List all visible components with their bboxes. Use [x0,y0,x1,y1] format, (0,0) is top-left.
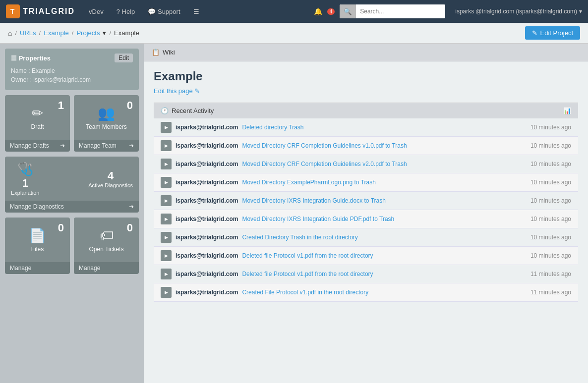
help-icon: ? [117,8,120,15]
breadcrumb-projects[interactable]: Projects [76,29,100,37]
diagnostics-top: 🩺 1 Explanation 4 Active Diagnostics [5,157,139,201]
activity-avatar: ▶ [161,214,172,224]
breadcrumb-urls[interactable]: URLs [20,29,36,37]
activity-list: ▶ isparks@trialgrid.com Deleted director… [154,118,578,302]
activity-avatar: ▶ [161,177,172,188]
explanation-label: Explanation [11,190,40,196]
properties-title: ☰ Properties [11,55,51,62]
activity-time: 10 minutes ago [530,142,571,149]
wiki-icon: 📋 [152,49,160,56]
diagnostics-widget: 🩺 1 Explanation 4 Active Diagnostics Man… [5,157,139,213]
activity-user: isparks@trialgrid.com [176,179,238,186]
widget-grid-bottom: 📄 0 Files Manage 🏷 0 Open Tickets Manage [5,218,139,274]
manage-drafts-row[interactable]: Manage Drafts ➜ [5,140,70,152]
activity-header-left: 🕐 Recent Activity [161,107,214,114]
manage-diagnostics-row[interactable]: Manage Diagnostics ➜ [5,201,139,213]
properties-card: ☰ Properties Edit Name : Example Owner :… [5,49,139,90]
activity-time: 11 minutes ago [530,271,571,277]
properties-edit-button[interactable]: Edit [115,54,133,62]
main-content: 📋 Wiki Example Edit this page ✎ 🕐 Recent… [144,44,588,383]
nav-vdev[interactable]: vDev [85,6,108,17]
files-icon: 📄 [29,227,46,244]
files-card[interactable]: 📄 0 Files [5,218,70,262]
manage-drafts-label: Manage Drafts [10,142,49,149]
home-icon[interactable]: ⌂ [8,29,12,37]
wiki-edit-link[interactable]: Edit this page ✎ [154,87,200,95]
project-owner: Owner : isparks@trialgrid.com [11,76,133,83]
bell-icon[interactable]: 🔔 [314,7,322,15]
tickets-count: 0 [127,221,133,234]
clock-icon: 🕐 [161,107,169,114]
activity-user: isparks@trialgrid.com [176,289,238,296]
nav-support[interactable]: 💬 Support [144,6,184,17]
activity-time: 10 minutes ago [530,252,571,259]
search-input[interactable] [356,4,445,18]
team-count: 0 [127,99,133,112]
activity-avatar: ▶ [161,232,172,243]
activity-time: 10 minutes ago [530,216,571,222]
activity-action: Deleted directory Trash [242,124,303,131]
activity-item: ▶ isparks@trialgrid.com Moved Directory … [154,210,578,228]
activity-time: 10 minutes ago [530,197,571,204]
activity-time: 10 minutes ago [530,124,571,131]
user-chevron-icon: ▾ [579,8,582,15]
activity-user: isparks@trialgrid.com [176,197,238,204]
activity-avatar: ▶ [161,250,172,261]
drafts-widget: ✏ 1 Draft Manage Drafts ➜ [5,95,70,152]
activity-user: isparks@trialgrid.com [176,124,238,131]
activity-user: isparks@trialgrid.com [176,216,238,222]
search-box: 🔍 [340,4,445,18]
breadcrumb-example[interactable]: Example [44,29,69,37]
tickets-card[interactable]: 🏷 0 Open Tickets [74,218,139,262]
activity-action: Moved Directory ExamplePharmLogo.png to … [242,179,375,186]
list-icon: ☰ [11,55,17,62]
manage-files-row[interactable]: Manage [5,262,70,274]
activity-action: Moved Directory CRF Completion Guideline… [242,142,407,149]
user-menu[interactable]: isparks @trialgrid.com (isparks@trialgri… [455,8,582,15]
notification-badge: 4 [327,8,335,15]
drafts-card[interactable]: ✏ 1 Draft [5,95,70,140]
chart-icon[interactable]: 📊 [563,107,571,114]
brand[interactable]: T TRIALGRID [6,4,75,18]
nav-help[interactable]: ? Help [113,6,139,17]
draft-count: 1 [58,99,64,112]
activity-avatar: ▶ [161,159,172,169]
activity-action: Moved Directory IXRS Integration Guide P… [242,216,394,222]
search-button[interactable]: 🔍 [340,4,356,18]
pencil-icon: ✎ [532,29,537,37]
manage-tickets-row[interactable]: Manage [74,262,139,274]
user-label: isparks @trialgrid.com (isparks@trialgri… [455,8,577,15]
wiki-header: 📋 Wiki [144,44,588,61]
activity-action: Created Directory Trash in the root dire… [242,234,357,241]
nav-menu[interactable]: ☰ [189,6,203,17]
activity-item: ▶ isparks@trialgrid.com Deleted file Pro… [154,265,578,283]
arrow-right-icon: ➜ [60,142,65,149]
edit-project-button[interactable]: ✎ Edit Project [525,26,580,40]
activity-title: Recent Activity [172,107,214,114]
activity-user: isparks@trialgrid.com [176,252,238,259]
activity-item: ▶ isparks@trialgrid.com Moved Directory … [154,137,578,155]
properties-header: ☰ Properties Edit [11,54,133,62]
activity-item: ▶ isparks@trialgrid.com Deleted director… [154,118,578,137]
tickets-icon: 🏷 [100,227,114,244]
tickets-widget: 🏷 0 Open Tickets Manage [74,218,139,274]
activity-item: ▶ isparks@trialgrid.com Moved Directory … [154,192,578,210]
activity-action: Created File Protocol v1.pdf in the root… [242,289,368,296]
wiki-title: Example [154,69,578,83]
tickets-label: Open Tickets [89,246,123,253]
explanation-count: 1 [22,177,28,190]
wiki-section-label: Wiki [163,49,175,56]
activity-action: Deleted file Protocol v1.pdf from the ro… [242,271,373,277]
draft-icon: ✏ [32,105,43,121]
active-diagnostics-count: 4 [108,169,114,182]
team-widget: 👥 0 Team Members Manage Team ➜ [74,95,139,152]
logo-icon: T [6,4,20,18]
activity-user: isparks@trialgrid.com [176,234,238,241]
activity-time: 10 minutes ago [530,234,571,241]
arrow-right-icon-team: ➜ [129,142,134,149]
navbar: T TRIALGRID vDev ? Help 💬 Support ☰ 🔔 4 … [0,0,588,23]
team-card[interactable]: 👥 0 Team Members [74,95,139,140]
wiki-body: Example Edit this page ✎ [144,61,588,103]
arrow-right-icon-diag: ➜ [129,203,134,210]
manage-team-row[interactable]: Manage Team ➜ [74,140,139,152]
